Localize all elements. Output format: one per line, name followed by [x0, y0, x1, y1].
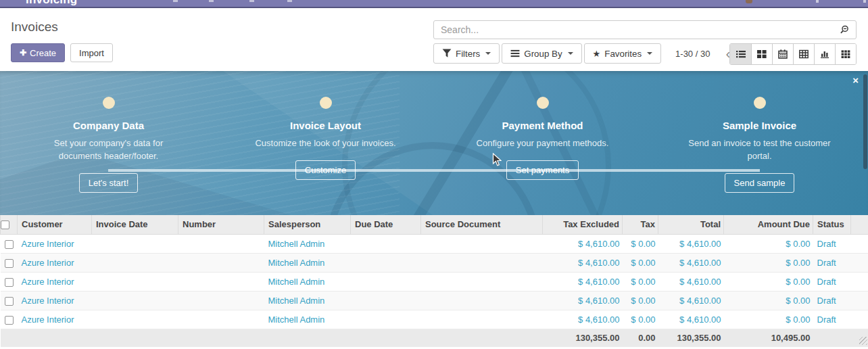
column-header-invoice-date[interactable]: Invoice Date	[92, 215, 178, 234]
cell-source-document[interactable]	[421, 253, 543, 272]
cell-total[interactable]: $ 4,610.00	[658, 291, 724, 310]
cell-number[interactable]	[178, 253, 264, 272]
row-checkbox[interactable]	[5, 297, 14, 306]
vertical-scrollbar-thumb[interactable]	[863, 74, 867, 169]
column-header-tax-excluded[interactable]: Tax Excluded	[543, 215, 623, 234]
table-row[interactable]: Azure Interior Mitchell Admin $ 4,610.00…	[1, 310, 868, 329]
cell-amount-due[interactable]: $ 0.00	[724, 291, 813, 310]
table-row[interactable]: Azure Interior Mitchell Admin $ 4,610.00…	[1, 291, 868, 310]
cell-salesperson[interactable]: Mitchell Admin	[264, 291, 351, 310]
column-header-total[interactable]: Total	[658, 215, 724, 234]
cell-tax-excluded[interactable]: $ 4,610.00	[543, 291, 623, 310]
column-header-source-document[interactable]: Source Document	[421, 215, 543, 234]
cell-salesperson[interactable]: Mitchell Admin	[264, 253, 351, 272]
cell-salesperson[interactable]: Mitchell Admin	[264, 272, 351, 291]
column-header-due-date[interactable]: Due Date	[351, 215, 421, 234]
cell-salesperson[interactable]: Mitchell Admin	[264, 234, 351, 253]
row-checkbox[interactable]	[5, 240, 14, 249]
cell-due-date[interactable]	[351, 291, 421, 310]
cell-total[interactable]: $ 4,610.00	[658, 310, 724, 329]
cell-number[interactable]	[178, 291, 264, 310]
create-button[interactable]: ✚ Create	[11, 43, 65, 62]
cell-amount-due[interactable]: $ 0.00	[724, 310, 813, 329]
cell-total[interactable]: $ 4,610.00	[658, 272, 724, 291]
cell-number[interactable]	[178, 272, 264, 291]
customize-button[interactable]: Customize	[295, 160, 356, 180]
column-header-number[interactable]: Number	[178, 215, 264, 234]
cell-invoice-date[interactable]	[92, 291, 178, 310]
cell-customer[interactable]: Azure Interior	[18, 291, 92, 310]
cell-amount-due[interactable]: $ 0.00	[724, 234, 813, 253]
table-row[interactable]: Azure Interior Mitchell Admin $ 4,610.00…	[1, 272, 868, 291]
cell-number[interactable]	[178, 310, 264, 329]
activity-view-button[interactable]	[835, 44, 856, 64]
cell-customer[interactable]: Azure Interior	[18, 234, 92, 253]
user-avatar[interactable]	[746, 0, 752, 3]
cell-source-document[interactable]	[421, 272, 543, 291]
cell-status[interactable]: Draft	[813, 253, 851, 272]
cell-tax-excluded[interactable]: $ 4,610.00	[543, 272, 623, 291]
cell-customer[interactable]: Azure Interior	[18, 310, 92, 329]
table-row[interactable]: Azure Interior Mitchell Admin $ 4,610.00…	[1, 253, 868, 272]
cell-status[interactable]: Draft	[813, 272, 851, 291]
cell-due-date[interactable]	[351, 310, 421, 329]
group-by-dropdown[interactable]: Group By	[502, 43, 581, 64]
pivot-view-button[interactable]	[793, 44, 814, 64]
select-all-checkbox[interactable]	[1, 220, 9, 229]
column-header-salesperson[interactable]: Salesperson	[264, 215, 351, 234]
cell-tax-excluded[interactable]: $ 4,610.00	[543, 310, 623, 329]
cell-customer[interactable]: Azure Interior	[18, 272, 92, 291]
banner-close-button[interactable]: ×	[852, 75, 859, 85]
column-header-status[interactable]: Status	[813, 215, 851, 234]
cell-status[interactable]: Draft	[813, 234, 851, 253]
column-header-amount-due[interactable]: Amount Due	[724, 215, 813, 234]
step-description: Customize the look of your invoices.	[255, 137, 395, 149]
app-name[interactable]: Invoicing	[26, 0, 77, 7]
cell-amount-due[interactable]: $ 0.00	[724, 253, 813, 272]
search-input[interactable]	[434, 24, 833, 35]
send-sample-button[interactable]: Send sample	[725, 173, 795, 193]
cell-due-date[interactable]	[351, 272, 421, 291]
cell-tax-excluded[interactable]: $ 4,610.00	[543, 234, 623, 253]
cell-total[interactable]: $ 4,610.00	[658, 234, 724, 253]
row-checkbox[interactable]	[5, 278, 14, 287]
cell-customer[interactable]: Azure Interior	[18, 253, 92, 272]
cell-due-date[interactable]	[351, 253, 421, 272]
cell-tax-excluded[interactable]: $ 4,610.00	[543, 253, 623, 272]
import-button[interactable]: Import	[70, 43, 113, 62]
cell-invoice-date[interactable]	[92, 234, 178, 253]
table-row[interactable]: Azure Interior Mitchell Admin $ 4,610.00…	[1, 234, 868, 253]
cell-source-document[interactable]	[421, 234, 543, 253]
cell-due-date[interactable]	[351, 234, 421, 253]
filters-dropdown[interactable]: Filters	[433, 43, 500, 64]
cell-tax[interactable]: $ 0.00	[623, 291, 658, 310]
cell-tax[interactable]: $ 0.00	[623, 234, 658, 253]
list-view-button[interactable]	[730, 44, 751, 64]
cell-tax[interactable]: $ 0.00	[623, 272, 658, 291]
cell-invoice-date[interactable]	[92, 253, 178, 272]
cell-source-document[interactable]	[421, 310, 543, 329]
cell-invoice-date[interactable]	[92, 272, 178, 291]
column-header-tax[interactable]: Tax	[623, 215, 658, 234]
cell-source-document[interactable]	[421, 291, 543, 310]
search-options-button[interactable]	[833, 21, 856, 39]
cell-tax[interactable]: $ 0.00	[623, 253, 658, 272]
graph-view-button[interactable]	[814, 44, 835, 64]
cell-status[interactable]: Draft	[813, 291, 851, 310]
calendar-view-button[interactable]	[772, 44, 793, 64]
cell-number[interactable]	[178, 234, 264, 253]
cell-salesperson[interactable]: Mitchell Admin	[264, 310, 351, 329]
cell-status[interactable]: Draft	[813, 310, 851, 329]
lets-start-button[interactable]: Let's start!	[79, 173, 139, 193]
favorites-dropdown[interactable]: ★ Favorites	[584, 43, 661, 64]
cell-invoice-date[interactable]	[92, 310, 178, 329]
cell-total[interactable]: $ 4,610.00	[658, 253, 724, 272]
cell-tax[interactable]: $ 0.00	[623, 310, 658, 329]
set-payments-button[interactable]: Set payments	[506, 160, 579, 180]
kanban-view-button[interactable]	[751, 44, 772, 64]
row-checkbox[interactable]	[5, 316, 14, 325]
row-checkbox[interactable]	[5, 259, 14, 268]
cell-amount-due[interactable]: $ 0.00	[724, 272, 813, 291]
column-header-customer[interactable]: Customer	[18, 215, 92, 234]
resize-handle-icon[interactable]	[859, 337, 867, 345]
